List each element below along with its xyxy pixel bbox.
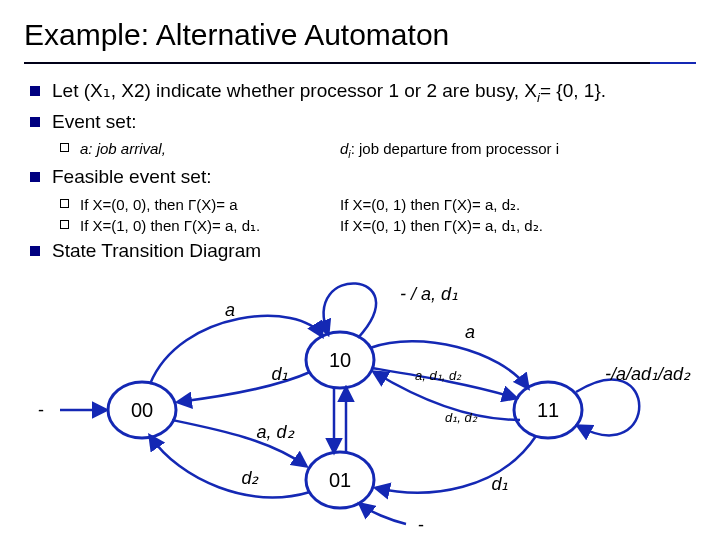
state-10-label: 10 [329, 349, 351, 371]
slide-title: Example: Alternative Automaton [24, 18, 696, 52]
label-dash-bottom: - [418, 515, 424, 536]
title-rule [24, 62, 696, 64]
edge-00-10 [150, 316, 322, 384]
bullet-3-sub-1: If X=(0, 0), then Γ(X)= a If X=(0, 1) th… [80, 194, 696, 215]
label-d1-11-01: d₁ [491, 474, 508, 494]
bullet-4: State Transition Diagram [52, 238, 696, 264]
bullet-2-sub: a: job arrival, di: job departure from p… [52, 138, 696, 162]
label-self-11: -/a/ad₁/ad₂ [605, 364, 691, 384]
edge-01-00 [150, 436, 310, 497]
edge-11-01 [376, 436, 536, 493]
bullet-4-text: State Transition Diagram [52, 240, 261, 261]
bullet-1-tail: = {0, 1}. [540, 80, 606, 101]
b3s1-right: If X=(0, 1) then Γ(X)= a, d₂. [340, 194, 520, 215]
b3s2-right: If X=(0, 1) then Γ(X)= a, d₁, d₂. [340, 215, 543, 236]
label-a-10-11: a [465, 322, 475, 342]
edge-11-self [576, 380, 639, 436]
label-ad2-00-01: a, d₂ [256, 422, 294, 442]
bullet-3-sub-2: If X=(1, 0) then Γ(X)= a, d₁. If X=(0, 1… [80, 215, 696, 236]
b3s1-left: If X=(0, 0), then Γ(X)= a [80, 194, 340, 215]
state-00-label: 00 [131, 399, 153, 421]
label-d1-10-00: d₁ [271, 364, 288, 384]
b2s1-left: a: job arrival, [80, 140, 166, 157]
bullet-1-main: Let (X₁, X2) indicate whether processor … [52, 80, 537, 101]
label-d1d2-11-10: d₁, d₂ [445, 410, 478, 425]
edge-init-01 [360, 504, 406, 524]
b3s2-left: If X=(1, 0) then Γ(X)= a, d₁. [80, 215, 340, 236]
bullet-3-sub: If X=(0, 0), then Γ(X)= a If X=(0, 1) th… [52, 194, 696, 236]
edge-10-00 [178, 372, 310, 402]
state-11-label: 11 [537, 399, 559, 421]
state-diagram: - - 00 10 01 11 [0, 280, 720, 540]
label-a-00-10: a [225, 300, 235, 320]
state-00: 00 [108, 382, 176, 438]
state-10: 10 [306, 332, 374, 388]
bullet-3-text: Feasible event set: [52, 166, 211, 187]
b2s1-right-rest: : job departure from processor i [351, 140, 559, 157]
label-d2-01-00: d₂ [241, 468, 259, 488]
label-ad1d2-10-11: a, d₁, d₂ [415, 368, 462, 383]
state-01: 01 [306, 452, 374, 508]
bullet-2: Event set: a: job arrival, di: job depar… [52, 109, 696, 162]
label-self-10: - / a, d₁ [400, 284, 458, 304]
bullet-2-text: Event set: [52, 111, 137, 132]
bullet-3: Feasible event set: If X=(0, 0), then Γ(… [52, 164, 696, 236]
edge-10-self [324, 283, 376, 338]
label-dash-left: - [38, 400, 44, 421]
bullet-list: Let (X₁, X2) indicate whether processor … [24, 78, 696, 263]
bullet-1: Let (X₁, X2) indicate whether processor … [52, 78, 696, 107]
bullet-1-text: Let (X₁, X2) indicate whether processor … [52, 80, 606, 101]
state-11: 11 [514, 382, 582, 438]
bullet-2-sub-1: a: job arrival, di: job departure from p… [80, 138, 696, 162]
state-01-label: 01 [329, 469, 351, 491]
slide: Example: Alternative Automaton Let (X₁, … [0, 0, 720, 540]
